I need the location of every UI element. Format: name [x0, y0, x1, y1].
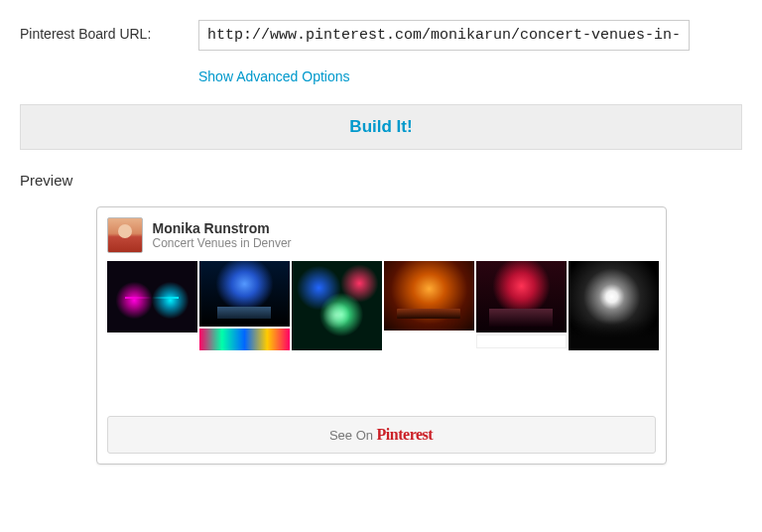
- pinterest-logo: Pinterest: [377, 426, 434, 443]
- board-title: Concert Venues in Denver: [153, 236, 292, 250]
- build-button-label: Build It!: [349, 117, 412, 136]
- thumbnail-grid: [107, 261, 656, 350]
- avatar: [107, 217, 143, 253]
- pin-thumbnail[interactable]: [107, 261, 197, 332]
- advanced-options-link[interactable]: Show Advanced Options: [198, 68, 350, 84]
- author-name: Monika Runstrom: [153, 220, 292, 236]
- board-url-input[interactable]: [198, 20, 690, 51]
- see-on-prefix: See On: [329, 428, 377, 443]
- pin-thumbnail[interactable]: [569, 261, 659, 350]
- url-field-label: Pinterest Board URL:: [20, 20, 198, 42]
- build-button[interactable]: Build It!: [20, 104, 742, 150]
- pin-thumbnail[interactable]: [384, 261, 474, 331]
- pin-thumbnail[interactable]: [199, 261, 290, 327]
- widget-header[interactable]: Monika Runstrom Concert Venues in Denver: [107, 217, 656, 253]
- pinterest-widget: Monika Runstrom Concert Venues in Denver…: [96, 206, 667, 465]
- see-on-pinterest-button[interactable]: See On Pinterest: [107, 416, 656, 454]
- pin-thumbnail[interactable]: [292, 261, 382, 350]
- pin-thumbnail[interactable]: [476, 261, 567, 332]
- pin-thumbnail[interactable]: [476, 334, 567, 348]
- preview-section-label: Preview: [20, 172, 742, 189]
- pin-thumbnail[interactable]: [199, 329, 290, 350]
